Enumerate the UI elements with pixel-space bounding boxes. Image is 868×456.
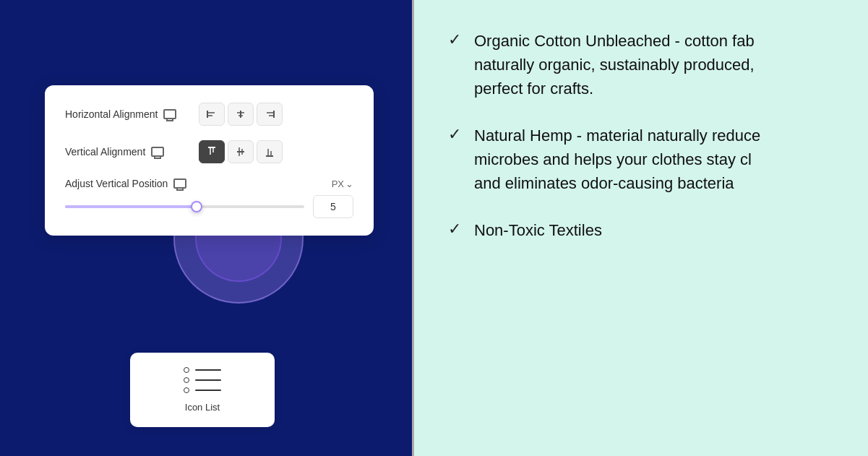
check-icon-1: ✓	[448, 30, 461, 49]
icon-line-1	[195, 369, 221, 371]
horizontal-alignment-buttons	[199, 103, 283, 126]
monitor-icon-pos	[173, 178, 186, 189]
icon-line-3	[195, 390, 221, 391]
align-middle-v-button[interactable]	[228, 140, 254, 163]
slider-thumb[interactable]	[191, 201, 202, 212]
slider-container	[65, 195, 353, 218]
horizontal-alignment-row: Horizontal Alignment	[65, 103, 353, 126]
align-left-button[interactable]	[199, 103, 225, 126]
unit-selector[interactable]: PX ⌄	[332, 178, 353, 189]
vertical-alignment-row: Vertical Alignment	[65, 140, 353, 163]
icon-list-card: Icon List	[130, 353, 275, 427]
slider-label-row: Adjust Vertical Position PX ⌄	[65, 178, 353, 189]
icon-list-row-2	[184, 377, 221, 383]
list-text-2: Natural Hemp - material naturally reduce…	[474, 124, 760, 195]
icon-dot-3	[184, 387, 189, 393]
settings-card: Horizontal Alignment	[45, 85, 374, 236]
chevron-down-icon: ⌄	[345, 178, 353, 189]
slider-value-input[interactable]	[313, 195, 353, 218]
align-top-button[interactable]	[199, 140, 225, 163]
left-panel: Horizontal Alignment	[0, 0, 412, 456]
icon-list-row-1	[184, 367, 221, 373]
adjust-vertical-label: Adjust Vertical Position	[65, 178, 199, 189]
panel-divider	[412, 0, 414, 456]
right-panel: ✓ Organic Cotton Unbleached - cotton fab…	[412, 0, 868, 456]
monitor-icon-v	[151, 147, 164, 157]
align-right-button[interactable]	[257, 103, 283, 126]
list-item-1: ✓ Organic Cotton Unbleached - cotton fab…	[448, 29, 839, 100]
slider-fill	[65, 205, 197, 208]
align-bottom-button[interactable]	[257, 140, 283, 163]
list-item-3: ✓ Non-Toxic Textiles	[448, 218, 839, 242]
vertical-alignment-label: Vertical Alignment	[65, 146, 199, 158]
horizontal-alignment-label: Horizontal Alignment	[65, 108, 199, 120]
list-item-2: ✓ Natural Hemp - material naturally redu…	[448, 124, 839, 195]
list-text-3: Non-Toxic Textiles	[474, 218, 602, 242]
vertical-alignment-buttons	[199, 140, 283, 163]
align-center-h-button[interactable]	[228, 103, 254, 126]
icon-line-2	[195, 379, 221, 381]
check-icon-3: ✓	[448, 220, 461, 238]
monitor-icon-h	[163, 109, 176, 119]
adjust-vertical-row: Adjust Vertical Position PX ⌄	[65, 178, 353, 218]
list-text-1: Organic Cotton Unbleached - cotton fabna…	[474, 29, 755, 100]
icon-dot-1	[184, 367, 189, 373]
check-icon-2: ✓	[448, 125, 461, 144]
icon-list-row-3	[184, 387, 221, 393]
icon-list-label: Icon List	[185, 402, 220, 413]
icon-list-visual	[184, 367, 221, 393]
slider-track[interactable]	[65, 205, 304, 208]
icon-dot-2	[184, 377, 189, 383]
